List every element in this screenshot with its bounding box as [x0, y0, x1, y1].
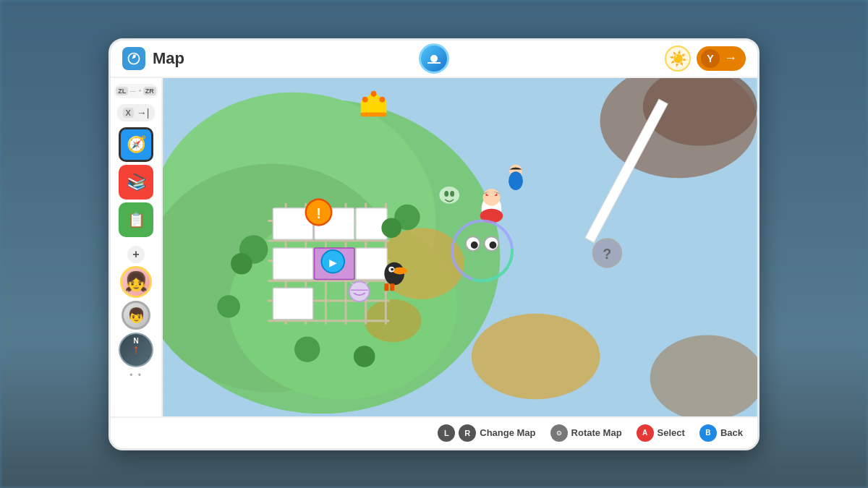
- compass-n-label: N: [133, 337, 138, 345]
- y-button[interactable]: Y →: [697, 46, 746, 71]
- footer-change-map: L R Change Map: [438, 424, 535, 442]
- svg-point-56: [483, 189, 501, 206]
- compass-icon: [127, 51, 141, 66]
- svg-rect-23: [273, 288, 312, 319]
- dash-separator: —: [129, 87, 135, 94]
- compass-sidebar-icon: 🧭: [127, 135, 146, 154]
- sun-horizon-icon: [425, 50, 443, 67]
- l-button[interactable]: L: [438, 424, 455, 442]
- r-button[interactable]: R: [459, 424, 476, 442]
- zoom-in-button[interactable]: +: [127, 246, 145, 263]
- player-avatar: 👧: [120, 266, 152, 298]
- sidebar: ZL — + ZR X →| 🧭 📚 📋 +: [111, 78, 163, 416]
- x-forward-button[interactable]: X →|: [117, 104, 156, 121]
- sidebar-player: + 👧 👦 N ↑ • •: [119, 246, 153, 380]
- svg-rect-45: [390, 283, 394, 291]
- footer-select: A Select: [637, 424, 685, 442]
- header-center: [419, 43, 449, 74]
- header-right: ☀️ Y →: [665, 46, 746, 72]
- svg-point-49: [371, 90, 377, 96]
- exit-icon: →: [724, 51, 737, 66]
- svg-point-38: [354, 346, 375, 367]
- map-window: Map ☀️ Y → ZL — +: [109, 38, 760, 450]
- player-sprite: 👧: [124, 270, 148, 293]
- compass-widget[interactable]: N ↑: [119, 333, 153, 367]
- zl-button[interactable]: ZL: [116, 87, 128, 95]
- svg-point-31: [472, 313, 600, 398]
- svg-point-39: [217, 295, 240, 318]
- footer-back: B Back: [699, 424, 743, 442]
- rival-avatar: 👦: [122, 301, 150, 330]
- map-svg: !: [163, 78, 757, 416]
- svg-point-37: [294, 336, 320, 362]
- map-icon: [122, 47, 145, 70]
- svg-text:▶: ▶: [329, 256, 337, 267]
- daytime-icon: [419, 43, 449, 74]
- rotate-button[interactable]: ⊙: [550, 424, 568, 442]
- svg-point-36: [231, 252, 252, 274]
- sidebar-item-notes[interactable]: 📋: [119, 202, 153, 237]
- svg-point-73: [444, 191, 448, 197]
- map-header: Map ☀️ Y →: [111, 40, 757, 78]
- zr-button[interactable]: ZR: [143, 87, 156, 95]
- map-title: Map: [153, 49, 665, 68]
- b-button[interactable]: B: [699, 424, 717, 442]
- book-sidebar-icon: 📚: [127, 173, 146, 192]
- svg-rect-51: [361, 112, 387, 116]
- rival-sprite: 👦: [127, 307, 145, 324]
- footer-rotate-map: ⊙ Rotate Map: [550, 424, 622, 442]
- svg-point-69: [349, 281, 370, 301]
- map-area[interactable]: !: [163, 78, 757, 416]
- change-map-label: Change Map: [480, 427, 535, 438]
- sidebar-item-pokedex[interactable]: 📚: [119, 165, 153, 200]
- svg-rect-44: [384, 283, 388, 291]
- a-button[interactable]: A: [637, 424, 654, 442]
- svg-point-68: [489, 241, 496, 249]
- select-label: Select: [658, 427, 685, 438]
- svg-point-58: [509, 171, 523, 190]
- svg-text:!: !: [316, 205, 321, 221]
- svg-point-67: [471, 241, 478, 249]
- svg-rect-22: [273, 247, 312, 278]
- svg-point-34: [381, 218, 401, 238]
- plus-sep: +: [138, 87, 142, 94]
- sidebar-item-map[interactable]: 🧭: [119, 127, 153, 162]
- page-dots: • •: [129, 370, 142, 380]
- map-footer: L R Change Map ⊙ Rotate Map A Select B B…: [111, 416, 757, 448]
- forward-icon: →|: [137, 107, 150, 119]
- rotate-map-label: Rotate Map: [571, 427, 622, 438]
- map-body: ZL — + ZR X →| 🧭 📚 📋 +: [111, 78, 757, 416]
- svg-point-41: [393, 267, 407, 274]
- svg-rect-27: [356, 247, 387, 278]
- svg-point-50: [379, 96, 385, 102]
- zl-zr-control[interactable]: ZL — + ZR: [114, 84, 158, 98]
- svg-point-43: [391, 267, 393, 270]
- y-circle-label: Y: [701, 49, 720, 68]
- notes-sidebar-icon: 📋: [127, 211, 145, 228]
- x-button-label: X: [123, 108, 134, 118]
- sun-icon: ☀️: [665, 46, 691, 72]
- back-label: Back: [720, 427, 743, 438]
- svg-text:?: ?: [603, 245, 611, 261]
- svg-point-74: [450, 191, 454, 197]
- svg-point-48: [362, 96, 368, 102]
